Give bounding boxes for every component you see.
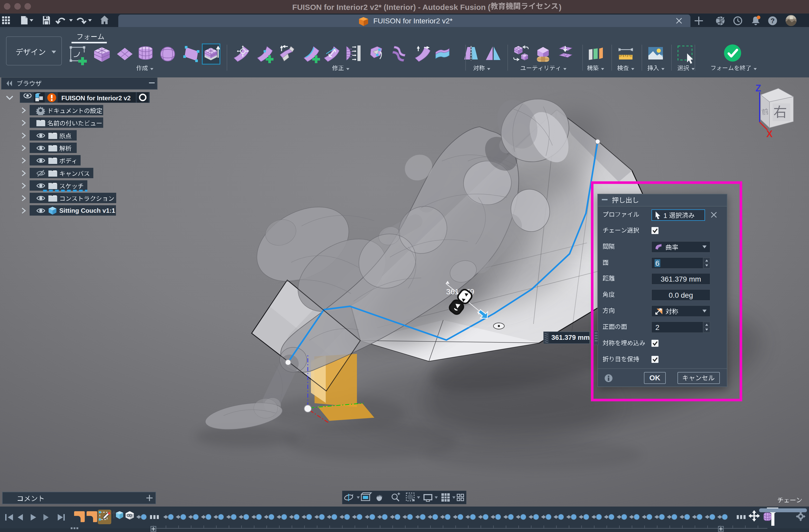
svg-text:Z: Z (755, 83, 761, 93)
svg-text:361.379 mm: 361.379 mm (551, 334, 590, 341)
svg-text:X: X (767, 129, 773, 139)
